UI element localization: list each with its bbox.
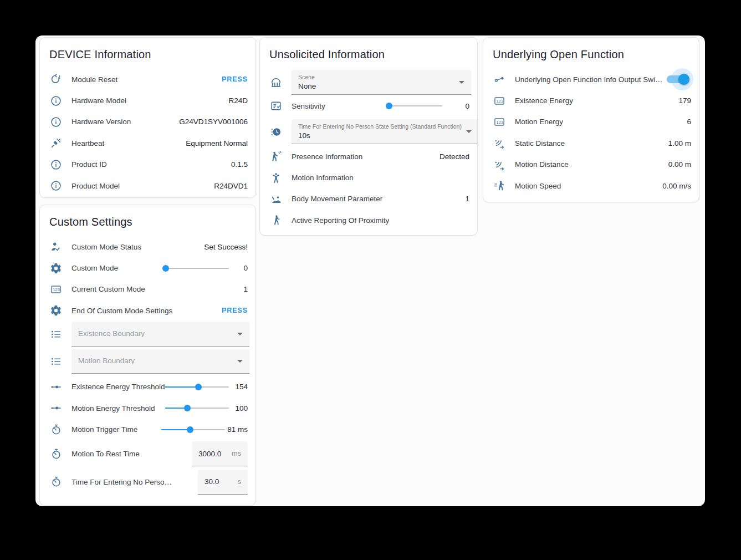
custom-mode-slider[interactable] — [165, 264, 229, 272]
proximity-icon — [269, 213, 283, 227]
sensitivity-slider[interactable] — [387, 102, 442, 110]
row-value: R24D — [224, 96, 248, 105]
slider-thumb[interactable] — [187, 426, 193, 433]
underlying-open-function-toggle[interactable] — [665, 68, 691, 90]
existence-boundary-row: Existence Boundary — [40, 322, 255, 347]
row-value: R24DVD1 — [209, 182, 248, 190]
dropdown-caret-icon — [466, 130, 472, 133]
dropdown-caret-icon — [237, 360, 243, 363]
row-value: 1 — [239, 285, 248, 293]
row-underlying-switch: Underlying Open Function Info Output Swi… — [483, 69, 699, 90]
existence-boundary-select[interactable]: Existence Boundary — [71, 322, 249, 347]
row-label: Presence Information — [292, 152, 362, 161]
row-label: Underlying Open Function Info Output Swi… — [515, 75, 665, 84]
underlying-rows: Underlying Open Function Info Output Swi… — [483, 69, 699, 196]
unsolicited-card-title: Unsolicited Information — [269, 48, 468, 61]
existence-energy-threshold-slider[interactable] — [165, 383, 229, 391]
timer-icon — [49, 475, 63, 488]
row-sensitivity: Sensitivity 0 — [260, 95, 477, 117]
svg-text:123: 123 — [496, 120, 503, 125]
row-custom-mode-status: Custom Mode Status Set Success! — [40, 236, 255, 257]
numbers-icon: 123 — [493, 115, 506, 129]
info-icon — [49, 179, 63, 192]
scene-select[interactable]: Scene None — [292, 70, 471, 95]
motion-boundary-select[interactable]: Motion Boundary — [71, 349, 249, 374]
row-motion-speed: Motion Speed 0.00 m/s — [483, 175, 699, 196]
row-label: Motion Distance — [515, 160, 569, 169]
row-value: 0.00 m/s — [658, 182, 691, 190]
info-icon — [49, 158, 63, 171]
app-page: DEVICE Information ! Module Reset PRESS … — [35, 35, 705, 506]
input-value: 3000.0 — [198, 450, 221, 458]
row-label: Hardware Model — [71, 96, 126, 105]
slider-value: 100 — [231, 404, 248, 413]
module-reset-icon: ! — [49, 73, 63, 86]
select-label: Time For Entering No Person State Settin… — [298, 123, 462, 130]
row-label: Motion To Rest Time — [71, 450, 140, 458]
row-label: Hardware Version — [71, 118, 131, 126]
slider-thumb[interactable] — [184, 405, 191, 411]
gear-icon — [49, 262, 63, 275]
motion-to-rest-time-input[interactable]: 3000.0 ms — [192, 441, 248, 466]
time-entering-no-person-input[interactable]: 30.0 s — [198, 470, 248, 495]
row-motion-trigger-time: Motion Trigger Time 81 ms — [40, 419, 255, 440]
row-label: Motion Energy — [515, 118, 563, 126]
select-label: Motion Boundary — [78, 358, 135, 364]
row-label: Sensitivity — [292, 102, 325, 110]
row-label: Body Movement Parameter — [292, 195, 382, 203]
row-value: G24VD1SYV001006 — [175, 118, 248, 126]
select-value: None — [298, 82, 454, 91]
end-of-custom-mode-press-button[interactable]: PRESS — [222, 307, 248, 314]
slider-track[interactable] — [165, 268, 229, 269]
select-label: Scene — [298, 74, 454, 80]
row-motion-information: Motion Information — [260, 167, 477, 188]
row-value: 179 — [674, 96, 691, 105]
row-label: Custom Mode Status — [71, 243, 141, 251]
device-card-title: DEVICE Information — [49, 48, 247, 61]
slider-value: 0 — [231, 264, 248, 272]
threshold-icon — [49, 380, 63, 394]
underlying-card-title: Underlying Open Function — [493, 48, 690, 61]
gear-icon — [49, 304, 63, 317]
row-value: Detected — [435, 152, 469, 161]
row-module-reset: ! Module Reset PRESS — [40, 69, 255, 90]
row-label: Existence Energy Threshold — [71, 383, 165, 391]
no-person-time-select[interactable]: Time For Entering No Person State Settin… — [292, 119, 478, 144]
status-icon — [49, 240, 63, 253]
row-motion-energy-threshold: Motion Energy Threshold 100 — [40, 398, 255, 419]
custom-settings-card: Custom Settings Custom Mode Status Set S… — [39, 205, 256, 506]
heartbeat-icon — [49, 136, 63, 150]
slider-track[interactable] — [387, 105, 442, 106]
body-movement-icon — [269, 192, 283, 206]
distance-icon — [493, 136, 506, 150]
device-rows: ! Module Reset PRESS Hardware Model R24D… — [40, 69, 255, 196]
svg-text:123: 123 — [53, 287, 60, 292]
numbers-icon: 123 — [49, 283, 63, 296]
presence-icon — [269, 150, 283, 163]
module-reset-press-button[interactable]: PRESS — [222, 75, 248, 83]
row-label: Motion Speed — [515, 182, 561, 190]
dropdown-caret-icon — [459, 81, 464, 84]
row-label: Time For Entering No Perso… — [71, 478, 172, 486]
row-motion-to-rest-time: Motion To Rest Time 3000.0 ms — [40, 440, 255, 469]
motion-boundary-row: Motion Boundary — [40, 349, 255, 374]
input-unit: ms — [228, 450, 241, 457]
switch-icon — [493, 73, 506, 86]
slider-thumb[interactable] — [162, 265, 169, 272]
row-label: Motion Information — [292, 174, 354, 182]
motion-energy-threshold-slider[interactable] — [165, 404, 229, 412]
motion-trigger-time-slider[interactable] — [161, 426, 225, 434]
row-label: Motion Energy Threshold — [71, 404, 155, 413]
underlying-open-function-card: Underlying Open Function Underlying Open… — [483, 37, 699, 202]
row-value: 0.1.5 — [227, 160, 248, 169]
row-body-movement-parameter: Body Movement Parameter 1 — [260, 189, 477, 210]
slider-fill — [161, 429, 190, 430]
timer-icon — [49, 423, 63, 436]
slider-thumb[interactable] — [386, 103, 392, 109]
row-end-of-custom-mode: End Of Custom Mode Settings PRESS — [40, 300, 255, 321]
row-label: Existence Energy — [515, 96, 573, 105]
row-product-id: Product ID 0.1.5 — [40, 154, 255, 175]
row-motion-energy: 123 Motion Energy 6 — [483, 111, 699, 133]
row-value: 1.00 m — [664, 139, 691, 147]
slider-thumb[interactable] — [195, 384, 202, 390]
